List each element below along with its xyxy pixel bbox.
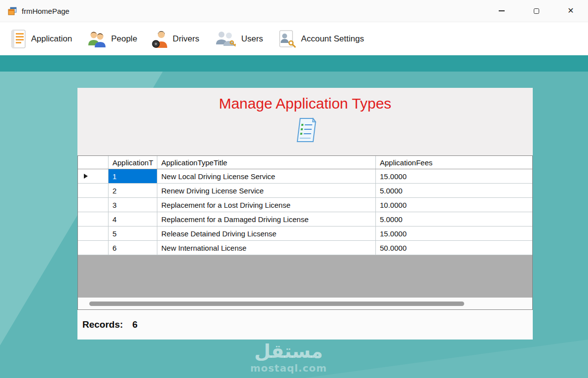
cell-application-type-title[interactable]: Release Detained Driving Licsense (157, 227, 376, 240)
records-label: Records: (82, 319, 123, 330)
cell-application-fees[interactable]: 10.0000 (376, 198, 532, 212)
application-types-document-icon (77, 116, 533, 144)
maximize-icon (534, 8, 539, 14)
watermark: مستقل mostaql.com (0, 341, 577, 374)
table-row[interactable]: 4Replacement for a Damaged Driving Licen… (78, 212, 532, 227)
window-controls: ✕ (484, 0, 588, 22)
window-title: frmHomePage (22, 7, 70, 15)
cell-application-type-title[interactable]: Replacement for a Damaged Driving Licens… (157, 212, 376, 226)
column-header-application-fees[interactable]: ApplicationFees (376, 156, 532, 169)
toolbar-item-label: Drivers (173, 34, 199, 44)
table-row[interactable]: 6New International License50.0000 (78, 241, 532, 255)
cell-application-type-id[interactable]: 5 (109, 227, 157, 240)
toolbar-item-label: Users (241, 34, 263, 44)
column-header-application-type-title[interactable]: ApplicationTypeTitle (157, 156, 376, 169)
application-types-grid: ApplicationT ApplicationTypeTitle Applic… (77, 155, 533, 310)
minimize-icon (499, 10, 505, 11)
row-header[interactable] (78, 212, 109, 226)
toolbar-item-drivers[interactable]: Drivers (150, 27, 206, 51)
grid-empty-area (78, 255, 532, 298)
users-icon (214, 30, 237, 48)
table-row[interactable]: 3Replacement for a Lost Driving License1… (78, 198, 532, 212)
grid-header-row: ApplicationT ApplicationTypeTitle Applic… (78, 156, 532, 169)
toolbar-item-application[interactable]: Application (8, 26, 79, 52)
row-header[interactable] (78, 169, 109, 183)
cell-application-type-title[interactable]: Renew Driving License Service (157, 184, 376, 197)
toolbar-item-users[interactable]: Users (212, 27, 270, 51)
close-button[interactable]: ✕ (553, 0, 588, 22)
horizontal-scrollbar[interactable] (78, 298, 532, 309)
manage-application-types-panel: Manage Application Types (77, 88, 533, 340)
account-settings-icon (278, 30, 296, 48)
watermark-arabic: مستقل (0, 341, 577, 362)
page-title: Manage Application Types (77, 95, 533, 112)
maximize-button[interactable] (519, 0, 553, 22)
cell-application-fees[interactable]: 50.0000 (376, 241, 532, 255)
cell-application-fees[interactable]: 5.0000 (376, 212, 532, 226)
toolbar-item-label: Account Settings (301, 34, 364, 44)
cell-application-type-id[interactable]: 6 (109, 241, 157, 255)
row-header[interactable] (78, 241, 109, 255)
close-icon: ✕ (567, 7, 574, 15)
cell-application-type-title[interactable]: Replacement for a Lost Driving License (157, 198, 376, 212)
panel-header: Manage Application Types (77, 88, 533, 155)
main-toolbar: Application People (0, 22, 588, 55)
grid-corner-header[interactable] (78, 156, 109, 169)
minimize-button[interactable] (484, 0, 519, 22)
form-window-icon[interactable] (8, 7, 17, 15)
table-row[interactable]: 5Release Detained Driving Licsense15.000… (78, 227, 532, 241)
main-background: Manage Application Types (0, 72, 588, 378)
cell-application-type-id[interactable]: 2 (109, 184, 157, 197)
people-icon (87, 30, 107, 48)
app-window: frmHomePage ✕ Application (0, 0, 588, 378)
toolbar-item-label: Application (31, 34, 72, 44)
driver-icon (152, 30, 168, 48)
toolbar-item-label: People (111, 34, 137, 44)
records-count: 6 (132, 319, 138, 330)
cell-application-fees[interactable]: 5.0000 (376, 184, 532, 197)
application-form-icon (10, 29, 27, 49)
cell-application-fees[interactable]: 15.0000 (376, 169, 532, 183)
header-accent-band (0, 55, 588, 72)
watermark-domain: mostaql.com (0, 362, 577, 374)
row-header[interactable] (78, 184, 109, 197)
column-header-application-type-id[interactable]: ApplicationT (109, 156, 157, 169)
cell-application-type-id[interactable]: 4 (109, 212, 157, 226)
row-header[interactable] (78, 198, 109, 212)
cell-application-type-id[interactable]: 3 (109, 198, 157, 212)
grid-rows: 1New Local Driving License Service15.000… (78, 169, 532, 255)
table-row[interactable]: 1New Local Driving License Service15.000… (78, 169, 532, 184)
toolbar-item-account-settings[interactable]: Account Settings (276, 27, 371, 51)
current-row-arrow-icon (84, 174, 88, 179)
cell-application-fees[interactable]: 15.0000 (376, 227, 532, 240)
toolbar-item-people[interactable]: People (85, 27, 144, 51)
cell-application-type-id[interactable]: 1 (109, 169, 157, 183)
records-bar: Records: 6 (77, 310, 533, 340)
scrollbar-thumb[interactable] (89, 302, 464, 306)
row-header[interactable] (78, 227, 109, 240)
title-bar: frmHomePage ✕ (0, 0, 588, 22)
table-row[interactable]: 2Renew Driving License Service5.0000 (78, 184, 532, 198)
cell-application-type-title[interactable]: New International License (157, 241, 376, 255)
cell-application-type-title[interactable]: New Local Driving License Service (157, 169, 376, 183)
